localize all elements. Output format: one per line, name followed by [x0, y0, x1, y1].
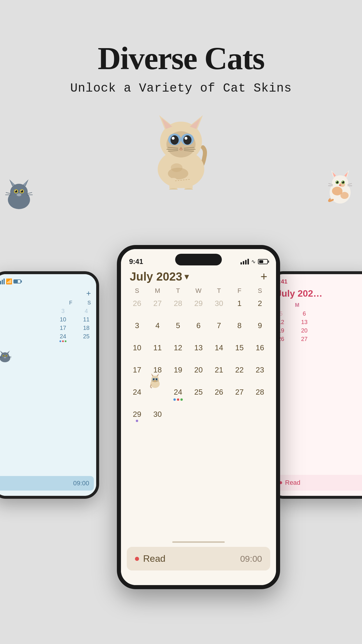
svg-point-69	[17, 193, 21, 196]
calendar-header: July 2023 ▾ +	[121, 270, 276, 283]
svg-marker-3	[7, 351, 10, 354]
left-event-bar: 09:00	[0, 476, 94, 491]
left-day-f: F	[69, 300, 72, 306]
svg-rect-51	[169, 178, 178, 190]
svg-point-88	[342, 181, 343, 182]
right-event-name: Read	[285, 479, 301, 487]
event-dots	[173, 398, 183, 401]
left-event-time: 09:00	[73, 480, 89, 487]
calendar-row: 29 30	[127, 408, 270, 428]
calico-cat-illustration	[321, 168, 359, 207]
scroll-indicator	[172, 541, 225, 543]
battery-icon	[258, 259, 268, 264]
page-subtitle: Unlock a Variety of Cat Skins	[0, 81, 362, 95]
left-day-s: S	[87, 300, 91, 306]
calendar-row: 26 27 28 29 30 1 2	[127, 297, 270, 318]
status-icons: ∿	[240, 258, 268, 265]
right-day-m: M	[295, 302, 299, 308]
header-section: Diverse Cats Unlock a Variety of Cat Ski…	[0, 41, 362, 95]
calendar-add-button[interactable]: +	[261, 270, 267, 283]
svg-marker-15	[151, 373, 154, 377]
calendar-title: July 2023 ▾	[130, 270, 189, 283]
dynamic-island	[175, 254, 222, 265]
event-dot	[135, 557, 139, 561]
right-phone-screen: 9:41 July 202… S M 5	[272, 274, 362, 496]
svg-point-58	[10, 184, 28, 200]
right-calendar-title: July 202…	[276, 288, 322, 299]
phone-center: 9:41 ∿ July 2023	[117, 245, 280, 589]
calendar-row: 10 11 12 13 14 15 16	[127, 342, 270, 362]
wifi-icon: ∿	[251, 258, 256, 265]
calendar-row: 24	[127, 386, 270, 406]
svg-marker-16	[157, 373, 159, 377]
event-bar[interactable]: Read 09:00	[127, 547, 270, 570]
svg-point-22	[153, 379, 154, 379]
calico-cat-svg	[321, 168, 359, 206]
phone-left: 📶 + F S 3 4	[0, 271, 99, 499]
event-name: Read	[143, 553, 240, 564]
svg-point-87	[336, 181, 337, 182]
right-event-bar: Read	[274, 475, 362, 491]
gray-cat-svg	[0, 178, 38, 210]
svg-point-8	[4, 357, 6, 358]
svg-point-1	[1, 352, 9, 359]
page-title: Diverse Cats	[0, 41, 362, 76]
left-cat-icon	[0, 350, 13, 363]
svg-point-42	[172, 137, 175, 140]
svg-point-20	[153, 379, 154, 380]
battery-fill	[259, 260, 263, 263]
svg-point-43	[184, 137, 187, 140]
svg-point-67	[15, 190, 16, 191]
svg-point-89	[339, 184, 341, 186]
siamese-cat-illustration	[131, 99, 231, 191]
svg-point-68	[21, 190, 22, 191]
left-phone-screen: 📶 + F S 3 4	[0, 274, 96, 496]
cat-on-calendar	[147, 373, 163, 389]
center-phone-screen: 9:41 ∿ July 2023	[121, 249, 276, 585]
svg-point-24	[154, 380, 156, 382]
gray-cat-illustration	[0, 178, 38, 211]
svg-point-21	[156, 379, 157, 380]
siamese-cat-svg	[131, 99, 231, 190]
svg-point-6	[3, 356, 4, 356]
svg-point-23	[156, 379, 157, 379]
svg-marker-2	[0, 351, 3, 354]
svg-point-41	[183, 135, 191, 145]
status-time: 9:41	[129, 258, 143, 266]
calendar-row: 3 4 5 6 7 8 9	[127, 319, 270, 340]
event-time: 09:00	[240, 554, 262, 564]
svg-point-7	[6, 356, 7, 356]
svg-point-40	[171, 135, 179, 145]
svg-point-55	[171, 163, 182, 172]
day-labels: S M T W T F S	[121, 287, 276, 295]
signal-bars	[240, 259, 249, 265]
left-add-button[interactable]: +	[86, 289, 91, 298]
calendar-chevron[interactable]: ▾	[184, 272, 189, 281]
calendar-grid: 26 27 28 29 30 1 2 3 4 5 6 7 8 9	[127, 297, 270, 430]
svg-point-77	[340, 192, 349, 199]
phone-right: 9:41 July 202… S M 5	[269, 271, 362, 499]
